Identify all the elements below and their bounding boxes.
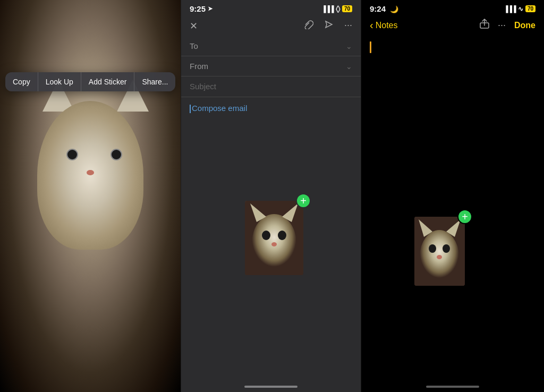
email-to-label: To <box>190 41 346 50</box>
signal-icon: ▐▐▐ <box>321 5 334 13</box>
email-compose-area[interactable]: Compose email <box>181 97 361 392</box>
cat-thumbnail-email <box>245 201 303 275</box>
notes-panel: 9:24 🌙 ▐▐▐ ∿ 70 ‹ Notes ··· Done <box>361 0 544 392</box>
send-icon[interactable] <box>324 20 334 32</box>
battery-badge: 70 <box>342 5 352 12</box>
svg-point-13 <box>429 244 436 253</box>
notes-back-button[interactable]: ‹ Notes <box>370 19 397 31</box>
ellipsis-icon[interactable]: ··· <box>498 20 506 31</box>
attachment-icon[interactable] <box>304 20 313 32</box>
email-to-field[interactable]: To ⌄ <box>181 36 361 56</box>
close-icon[interactable]: ✕ <box>190 20 198 32</box>
svg-point-5 <box>262 231 270 240</box>
share-icon[interactable] <box>480 19 489 32</box>
svg-point-6 <box>278 231 286 240</box>
notes-header-icons: ··· Done <box>480 19 536 32</box>
context-menu-copy[interactable]: Copy <box>5 72 38 91</box>
from-chevron-icon: ⌄ <box>346 62 352 71</box>
notes-status-icons: ▐▐▐ ∿ 70 <box>504 5 536 13</box>
notes-time-text: 9:24 🌙 <box>370 4 398 13</box>
svg-point-14 <box>443 244 450 253</box>
add-to-notes-plus-icon[interactable]: + <box>457 209 472 224</box>
notes-content-area[interactable]: + <box>361 37 544 392</box>
context-menu-share[interactable]: Share... <box>134 72 175 91</box>
notes-text-cursor <box>370 41 371 53</box>
email-from-label: From <box>190 62 346 71</box>
notes-done-button[interactable]: Done <box>514 21 536 30</box>
notes-battery-badge: 70 <box>525 5 536 12</box>
cat-photo-background <box>0 0 181 392</box>
context-menu-lookup[interactable]: Look Up <box>38 72 81 91</box>
text-cursor <box>190 105 191 113</box>
notes-header: ‹ Notes ··· Done <box>361 15 544 37</box>
wifi-icon: 〈〉 <box>336 5 340 13</box>
photo-panel: Copy Look Up Add Sticker Share... <box>0 0 181 392</box>
notes-home-indicator <box>426 386 479 388</box>
cat-body <box>37 101 143 250</box>
notes-back-label: Notes <box>376 21 398 30</box>
email-from-field[interactable]: From ⌄ <box>181 56 361 76</box>
notes-status-bar: 9:24 🌙 ▐▐▐ ∿ 70 <box>361 0 544 15</box>
email-subject-field[interactable]: Subject <box>181 76 361 97</box>
cat-eye-left <box>66 149 78 160</box>
email-compose-panel: 9:25 ➤ ▐▐▐ 〈〉 70 ✕ ··· To ⌄ <box>181 0 361 392</box>
back-chevron-icon: ‹ <box>370 19 373 31</box>
notes-wifi-icon: ∿ <box>518 5 523 13</box>
cat-nose <box>87 170 94 175</box>
email-time-text: 9:25 <box>190 4 206 13</box>
email-home-indicator <box>244 386 298 388</box>
svg-marker-0 <box>326 21 332 28</box>
more-icon[interactable]: ··· <box>344 20 352 32</box>
email-compose-placeholder: Compose email <box>192 104 247 113</box>
context-menu: Copy Look Up Add Sticker Share... <box>5 72 175 91</box>
email-toolbar-right: ··· <box>304 20 352 32</box>
email-status-icons: ▐▐▐ 〈〉 70 <box>321 5 352 13</box>
email-subject-placeholder: Subject <box>190 82 216 91</box>
dragged-cat-notes: + <box>414 217 465 286</box>
email-status-bar: 9:25 ➤ ▐▐▐ 〈〉 70 <box>181 0 361 15</box>
svg-point-15 <box>437 255 442 259</box>
to-chevron-icon: ⌄ <box>346 42 352 50</box>
email-toolbar: ✕ ··· <box>181 15 361 36</box>
moon-icon: 🌙 <box>390 5 398 13</box>
context-menu-add-sticker[interactable]: Add Sticker <box>81 72 135 91</box>
svg-point-7 <box>271 242 277 246</box>
cat-thumbnail-notes <box>414 217 465 286</box>
add-to-email-plus-icon[interactable]: + <box>296 193 311 208</box>
notes-signal-icon: ▐▐▐ <box>504 5 516 13</box>
cat-eye-right <box>110 149 122 160</box>
email-status-time: 9:25 ➤ <box>190 4 212 13</box>
dragged-cat-image: + <box>245 201 303 275</box>
location-icon: ➤ <box>208 5 212 12</box>
cat-illustration <box>27 80 154 260</box>
